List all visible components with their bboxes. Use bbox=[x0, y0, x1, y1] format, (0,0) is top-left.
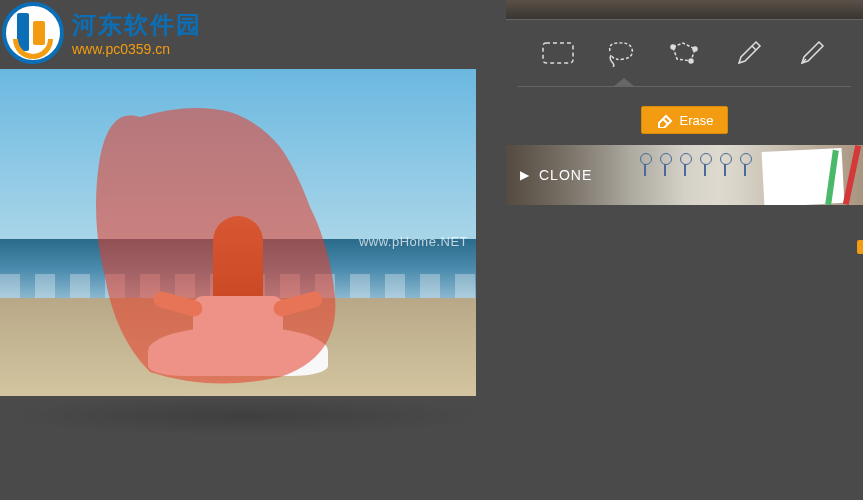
rectangle-select-icon bbox=[541, 41, 575, 65]
eraser-icon bbox=[656, 112, 674, 128]
selection-tools-row bbox=[506, 20, 863, 86]
lasso-icon bbox=[604, 39, 638, 67]
active-tool-marker bbox=[614, 78, 634, 88]
expand-arrow-icon: ▶ bbox=[520, 168, 529, 182]
svg-rect-0 bbox=[543, 43, 573, 63]
tools-panel: Erase ▶ CLONE bbox=[506, 0, 863, 500]
svg-point-3 bbox=[689, 59, 693, 63]
polygon-select-tool[interactable] bbox=[663, 32, 705, 74]
tool-divider bbox=[518, 86, 851, 87]
clone-label: CLONE bbox=[539, 167, 592, 183]
erase-button[interactable]: Erase bbox=[641, 106, 729, 134]
svg-point-2 bbox=[693, 47, 697, 51]
canvas-shadow bbox=[0, 396, 490, 436]
rectangle-select-tool[interactable] bbox=[537, 32, 579, 74]
scrollbar-thumb[interactable] bbox=[857, 240, 863, 254]
pen-tool[interactable] bbox=[790, 32, 832, 74]
clone-bg-art bbox=[636, 153, 754, 179]
preview-thumbnail[interactable] bbox=[506, 0, 863, 20]
canvas-watermark: www.pHome.NET bbox=[359, 234, 468, 249]
svg-point-1 bbox=[671, 45, 675, 49]
lasso-select-tool[interactable] bbox=[600, 32, 642, 74]
selection-mask-overlay bbox=[80, 97, 380, 396]
svg-line-4 bbox=[752, 46, 756, 50]
brush-select-tool[interactable] bbox=[727, 32, 769, 74]
image-canvas[interactable]: www.pHome.NET bbox=[0, 69, 476, 396]
pen-icon bbox=[796, 38, 826, 68]
logo-icon bbox=[2, 2, 64, 64]
erase-label: Erase bbox=[680, 113, 714, 128]
brush-icon bbox=[733, 38, 763, 68]
logo-url: www.pc0359.cn bbox=[72, 41, 202, 57]
polygon-icon bbox=[667, 39, 701, 67]
clone-section-header[interactable]: ▶ CLONE bbox=[506, 145, 863, 205]
site-logo: 河东软件园 www.pc0359.cn bbox=[2, 2, 202, 64]
logo-title: 河东软件园 bbox=[72, 11, 202, 38]
svg-line-6 bbox=[663, 119, 668, 124]
